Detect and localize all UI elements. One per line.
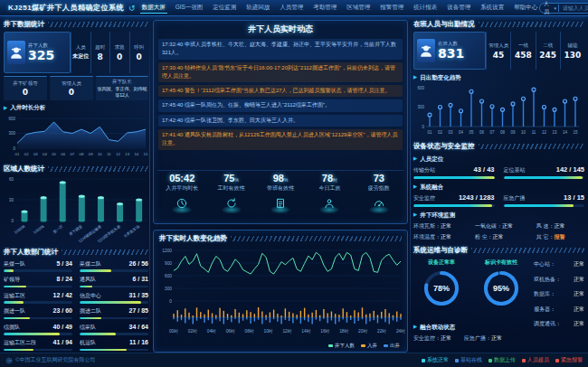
svg-text:04时: 04时	[207, 329, 216, 334]
stat-column: 二线245	[536, 32, 560, 70]
leaders-row: 井下矿领导0管理人员0井下队长张四国、李正伟、刘伟铭等12人	[4, 76, 148, 100]
feed-message-list[interactable]: 17:32:40 中班人员李铁柱、牛大壮、赵大海、李建康、孙正中、王平安等平安升…	[158, 39, 403, 150]
legend-label: 井下人数	[335, 343, 355, 349]
stat-columns: 人员未定位超时8求救0呼叫0	[71, 32, 148, 73]
svg-text:30: 30	[9, 197, 14, 202]
chevron-down-icon: ▾	[555, 5, 557, 11]
status-value: 正常	[574, 306, 584, 314]
device-group-title: ▶系统融合	[413, 184, 584, 191]
stat-value: 0	[69, 88, 74, 97]
divider	[558, 5, 559, 12]
nav-item[interactable]: 轨迹回放	[244, 3, 271, 13]
dashboard-root: KJ251煤矿井下人员精确定位系统 ↺ 数据大屏GIS一张图定位监测轨迹回放人员…	[0, 0, 588, 367]
env-value: 正常	[441, 234, 451, 240]
search-category-select[interactable]: 人员	[544, 0, 552, 16]
progress-fill	[413, 176, 495, 179]
legend-swatch	[361, 344, 365, 347]
legend-swatch	[384, 344, 388, 347]
stat-column: 辅助130	[560, 32, 584, 70]
nav-item[interactable]: 报警管理	[378, 3, 405, 13]
footer-legend-item: 紧急报警	[555, 356, 583, 364]
nav-item[interactable]: 数据大屏	[140, 3, 167, 14]
svg-text:300: 300	[417, 105, 424, 109]
stat-column: 管理人员45	[486, 32, 510, 70]
progress-fill	[80, 301, 141, 304]
device-item: 应急广播13 / 15	[504, 193, 585, 207]
stat-label: 井下矿领导	[13, 80, 38, 87]
feed-message: 17:45:40 综采一队周任为、任振、柳晴等三人进入“2112综采工作面”。	[158, 99, 403, 111]
svg-text:24时: 24时	[396, 329, 405, 334]
nav-item[interactable]: 系统设置	[479, 3, 506, 13]
back-icon[interactable]: ↺	[128, 4, 136, 13]
progress-fill	[4, 349, 33, 352]
env-value: 正常	[441, 223, 451, 229]
progress-track	[80, 333, 148, 335]
footer: ©中国工业互联网研究院有限公司 系统正常基站在线数据上传人员超员紧急报警	[0, 353, 588, 367]
progress-fill	[4, 333, 60, 335]
dept-row: 通风队6 / 31	[80, 276, 148, 287]
stat-label: 一线	[518, 42, 528, 49]
divider	[149, 22, 150, 349]
stat-label: 超时	[95, 44, 105, 51]
nav-item[interactable]: 帮助中心	[512, 3, 539, 13]
svg-text:300: 300	[8, 131, 15, 136]
nav-item[interactable]: 设备管理	[445, 3, 472, 13]
svg-text:12时: 12时	[282, 329, 291, 334]
status-value: 正常	[574, 290, 584, 298]
triangle-icon: ▶	[413, 156, 417, 162]
dept-value: 8 / 24	[56, 276, 72, 282]
svg-text:20时: 20时	[358, 329, 367, 334]
main-nav: 数据大屏GIS一张图定位监测轨迹回放人员管理考勤管理区域管理报警管理统计报表设备…	[140, 3, 540, 14]
svg-text:07: 07	[489, 130, 495, 135]
stat-label: 管理人员	[488, 42, 508, 49]
tile-value: 831	[438, 47, 464, 61]
env-item: 一氧化碳：正常	[475, 222, 533, 231]
nav-item[interactable]: 定位监测	[211, 3, 238, 13]
nav-item[interactable]: 统计报表	[412, 3, 439, 13]
device-row: 安全监控1243 / 1283应急广播13 / 15	[413, 193, 584, 207]
triangle-icon: ▶	[413, 212, 417, 218]
legend-swatch	[422, 359, 425, 362]
dept-label: 采煤二队	[80, 260, 101, 268]
app-title: KJ251煤矿井下人员精确定位系统	[8, 3, 124, 13]
team-leaders-tile: 井下队长张四国、李正伟、刘伟铭等12人	[96, 76, 148, 100]
divider	[410, 22, 411, 349]
nav-item[interactable]: GIS一张图	[174, 3, 205, 13]
env-item: 风 速：正常	[536, 222, 584, 231]
dept-label: 运输工区二段	[4, 339, 36, 347]
progress-track	[4, 286, 72, 288]
stat-value: 245	[539, 51, 556, 60]
dept-label: 机运队	[80, 339, 96, 347]
status-label: 中心站：	[534, 260, 555, 268]
nav-item[interactable]: 人员管理	[278, 3, 305, 13]
stat-value: 0	[137, 52, 142, 61]
feed-message: 17:45:40 警告！“2112综采工作面”当前人数已达27人，已达到超员预警…	[158, 85, 403, 97]
legend-label: 基站在线	[460, 356, 482, 364]
panel-title: 井下实时人数变化趋势	[159, 234, 227, 243]
device-item: 定位基站142 / 145	[504, 165, 585, 179]
mini-stat-tile: 管理人员0	[50, 76, 93, 100]
search-input[interactable]	[561, 5, 588, 12]
device-label: 定位基站	[504, 166, 526, 174]
svg-text:14时: 14时	[301, 329, 310, 334]
entry-duration-area-chart: 0300600010203040506070809101112131415	[4, 114, 148, 157]
dept-row: 运输工区12 / 42	[4, 292, 72, 304]
nav-item[interactable]: 考勤管理	[311, 3, 338, 13]
company-name: ©中国工业互联网研究院有限公司	[15, 356, 95, 364]
panel-title: 设备状态与安全监控	[413, 142, 475, 151]
status-label: 调度通讯：	[534, 320, 561, 328]
panel-title: 区域人数统计	[4, 165, 44, 174]
svg-text:第一区: 第一区	[52, 223, 65, 234]
hatch-decoration	[479, 144, 585, 149]
dept-label: 信息中心	[80, 292, 101, 300]
nav-item[interactable]: 区域管理	[345, 3, 372, 13]
progress-fill	[80, 349, 127, 352]
device-status-zone: ▶人员定位传输分站43 / 43定位基站142 / 145▶系统融合安全监控12…	[413, 155, 584, 207]
progress-track	[4, 269, 72, 272]
progress-track	[80, 286, 148, 288]
progress-fill	[4, 269, 14, 272]
gauge-icon	[365, 193, 393, 213]
dept-value: 5 / 34	[56, 260, 72, 267]
kpi-unit: %	[235, 177, 239, 183]
gauge-label: 标识卡有效性	[485, 259, 517, 267]
